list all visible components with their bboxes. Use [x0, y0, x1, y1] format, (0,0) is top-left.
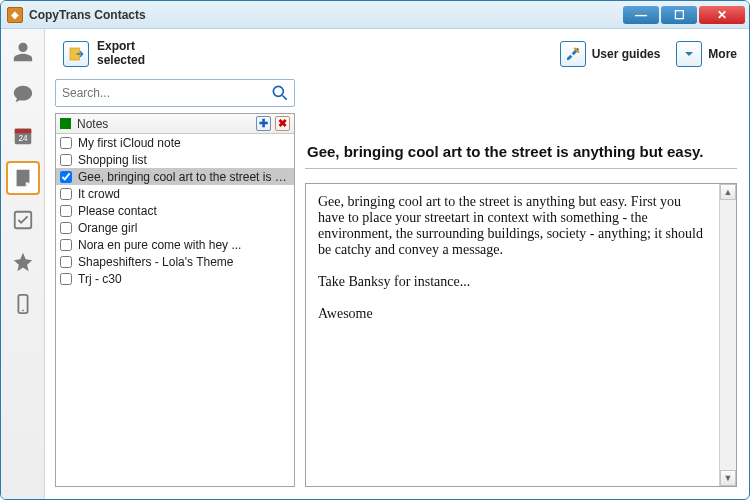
sidebar: 24: [1, 29, 45, 499]
export-icon: [63, 41, 89, 67]
list-item[interactable]: Orange girl: [56, 219, 294, 236]
export-label-1: Export: [97, 40, 145, 54]
list-item-checkbox[interactable]: [60, 171, 72, 183]
svg-rect-1: [14, 129, 31, 134]
scroll-up-icon[interactable]: ▲: [720, 184, 736, 200]
sidebar-item-tasks[interactable]: [6, 203, 40, 237]
user-guides-button[interactable]: User guides: [560, 41, 661, 67]
list-item-label: Shopping list: [78, 153, 147, 167]
list-header-label: Notes: [77, 117, 108, 131]
select-all-checkbox[interactable]: [60, 118, 71, 129]
export-label-2: selected: [97, 54, 145, 68]
tools-icon: [560, 41, 586, 67]
list-item-label: Please contact: [78, 204, 157, 218]
more-button[interactable]: More: [676, 41, 737, 67]
search-icon[interactable]: [270, 83, 290, 103]
person-icon: [12, 41, 34, 63]
sidebar-item-messages[interactable]: [6, 77, 40, 111]
user-guides-label: User guides: [592, 47, 661, 61]
scroll-down-icon[interactable]: ▼: [720, 470, 736, 486]
list-item[interactable]: It crowd: [56, 185, 294, 202]
window-title: CopyTrans Contacts: [29, 8, 146, 22]
svg-text:24: 24: [18, 134, 28, 143]
note-body[interactable]: Gee, bringing cool art to the street is …: [306, 184, 719, 486]
close-button[interactable]: ✕: [699, 6, 745, 24]
sidebar-item-favorites[interactable]: [6, 245, 40, 279]
list-item-label: Trj - c30: [78, 272, 122, 286]
note-title: Gee, bringing cool art to the street is …: [305, 137, 737, 169]
note-content-area: Gee, bringing cool art to the street is …: [305, 183, 737, 487]
svg-point-5: [22, 310, 24, 312]
dropdown-icon: [676, 41, 702, 67]
note-icon: [12, 167, 34, 189]
list-item[interactable]: Trj - c30: [56, 270, 294, 287]
maximize-button[interactable]: ☐: [661, 6, 697, 24]
list-item[interactable]: Shapeshifters - Lola's Theme: [56, 253, 294, 270]
notes-list: Notes ✚ ✖ My first iCloud noteShopping l…: [55, 113, 295, 487]
list-item-checkbox[interactable]: [60, 256, 72, 268]
list-item[interactable]: My first iCloud note: [56, 134, 294, 151]
more-label: More: [708, 47, 737, 61]
add-note-button[interactable]: ✚: [256, 116, 271, 131]
delete-note-button[interactable]: ✖: [275, 116, 290, 131]
app-icon: ◆: [7, 7, 23, 23]
list-item-label: Gee, bringing cool art to the street is …: [78, 170, 290, 184]
list-item[interactable]: Gee, bringing cool art to the street is …: [56, 168, 294, 185]
list-item-label: It crowd: [78, 187, 120, 201]
list-item-checkbox[interactable]: [60, 273, 72, 285]
list-item-checkbox[interactable]: [60, 239, 72, 251]
search-input[interactable]: [62, 86, 270, 100]
list-item-label: Nora en pure come with hey ...: [78, 238, 241, 252]
scroll-track[interactable]: [720, 200, 736, 470]
list-item-label: Shapeshifters - Lola's Theme: [78, 255, 233, 269]
sidebar-item-device[interactable]: [6, 287, 40, 321]
list-item[interactable]: Please contact: [56, 202, 294, 219]
list-item-checkbox[interactable]: [60, 137, 72, 149]
sidebar-item-notes[interactable]: [6, 161, 40, 195]
list-header[interactable]: Notes ✚ ✖: [56, 114, 294, 134]
list-item[interactable]: Shopping list: [56, 151, 294, 168]
minimize-button[interactable]: —: [623, 6, 659, 24]
list-item-checkbox[interactable]: [60, 222, 72, 234]
chat-icon: [12, 83, 34, 105]
list-item-checkbox[interactable]: [60, 188, 72, 200]
list-item-label: My first iCloud note: [78, 136, 181, 150]
list-item-label: Orange girl: [78, 221, 137, 235]
phone-icon: [12, 293, 34, 315]
list-item-checkbox[interactable]: [60, 205, 72, 217]
search-box[interactable]: [55, 79, 295, 107]
list-item-checkbox[interactable]: [60, 154, 72, 166]
export-selected-button[interactable]: Export selected: [55, 36, 153, 72]
sidebar-item-contacts[interactable]: [6, 35, 40, 69]
svg-point-7: [273, 86, 283, 96]
list-item[interactable]: Nora en pure come with hey ...: [56, 236, 294, 253]
star-icon: [12, 251, 34, 273]
sidebar-item-calendar[interactable]: 24: [6, 119, 40, 153]
check-icon: [12, 209, 34, 231]
calendar-icon: 24: [12, 125, 34, 147]
scrollbar[interactable]: ▲ ▼: [719, 184, 736, 486]
